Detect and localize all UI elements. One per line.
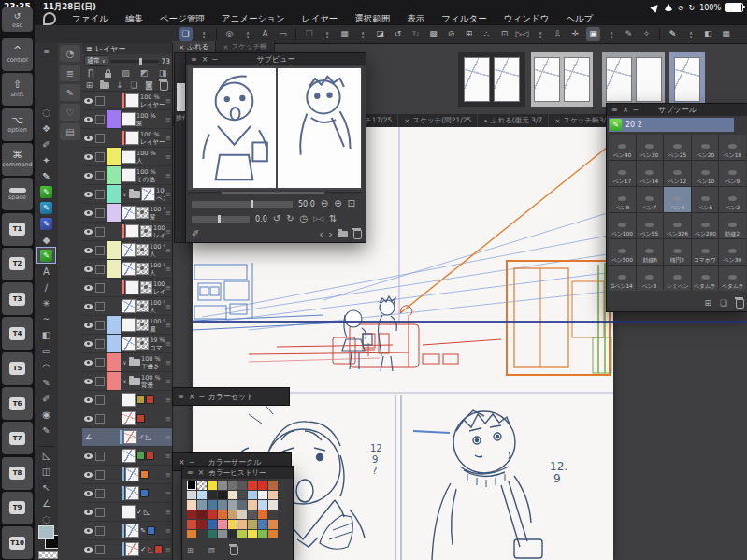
open-folder-icon[interactable] [338, 231, 348, 237]
layer-checkbox[interactable] [95, 246, 105, 255]
page-spread-2[interactable] [602, 52, 665, 107]
zoom-out-icon[interactable]: ⊖ [321, 199, 328, 208]
history-swatch[interactable] [197, 500, 207, 510]
layer-menu-icon[interactable]: ≡ [165, 546, 172, 553]
layer-visibility-icon[interactable] [83, 397, 93, 403]
history-swatch[interactable] [208, 491, 217, 500]
subtool-titlebar[interactable]: ≡ × ─ サブツール [607, 104, 747, 116]
undo-button-icon[interactable]: ↺ [391, 27, 405, 41]
subtool-item[interactable]: ペン20 [692, 135, 719, 160]
layer-panel-title-row[interactable]: ≣ レイヤー [82, 43, 172, 54]
text-tool-button-icon[interactable]: A [258, 27, 272, 41]
menu-item-6[interactable]: 表示 [398, 13, 433, 25]
speedline-tool[interactable]: ◺ [37, 448, 55, 463]
move-page-button-icon[interactable]: ❒ [302, 27, 316, 41]
subtool-item[interactable]: ペン2 [719, 187, 746, 212]
subtool-selected-row[interactable]: ✎ 20 2 [609, 118, 734, 132]
rotate-slider[interactable] [192, 216, 250, 223]
layer-menu-icon[interactable]: ≡ [165, 97, 172, 105]
layer-checkbox[interactable] [95, 489, 105, 498]
material-panel-button[interactable]: ▤ [60, 123, 80, 140]
history-swatch[interactable] [268, 530, 278, 539]
folder-chevron-icon[interactable]: ∨ [122, 378, 128, 384]
layer-checkbox[interactable] [95, 339, 105, 349]
pen-cursor-button-icon[interactable]: ✎ [666, 27, 680, 41]
layer-menu-icon[interactable]: ≡ [165, 378, 172, 385]
layer-thumbnail[interactable] [122, 168, 136, 182]
history-swatch[interactable] [268, 491, 278, 500]
layer-visibility-icon[interactable] [83, 416, 93, 422]
page-spread-0[interactable] [458, 52, 525, 107]
layer-visibility-icon[interactable] [83, 491, 93, 496]
layer-menu-icon[interactable]: ≡ [165, 415, 172, 423]
menu-item-4[interactable]: レイヤー [294, 13, 347, 25]
next-image-icon[interactable]: › [329, 229, 333, 239]
page-thumbnail[interactable] [636, 57, 662, 102]
layer-mask-icon[interactable] [136, 319, 149, 331]
layer-row[interactable]: 100 %人≡ [82, 241, 172, 260]
eyedropper-tool[interactable]: ✐ [37, 136, 55, 151]
operate-tool-icon[interactable]: ❏ [179, 27, 193, 41]
layer-menu-icon[interactable]: ≡ [165, 209, 172, 217]
flip-chevrons-icon[interactable]: ∧ ∨ [533, 27, 547, 41]
layer-menu-icon[interactable]: ≡ [165, 135, 172, 142]
layer-checkbox[interactable] [95, 508, 105, 517]
subtool-item[interactable]: ペン55 [637, 213, 664, 238]
minimize-icon[interactable]: ─ [212, 56, 217, 64]
layer-thumbnail[interactable] [122, 262, 136, 276]
layer-mask-icon[interactable] [136, 244, 149, 256]
layer-thumbnail[interactable] [122, 449, 136, 463]
canvas-tab-1[interactable]: ×スケッチ(間21/25 [398, 114, 478, 127]
layer-menu-icon[interactable]: ≡ [165, 452, 172, 460]
layer-visibility-icon[interactable] [83, 528, 93, 534]
history-swatch[interactable] [187, 481, 196, 490]
space-key[interactable]: space [2, 178, 33, 210]
transparent-color-swatch[interactable] [38, 551, 58, 559]
watercolor-tool[interactable]: ✎ [37, 200, 55, 215]
pen-tool[interactable]: ✎ [37, 168, 55, 183]
frame-border-tool[interactable]: ◫ [37, 464, 55, 479]
canvas-tab-2[interactable]: •ふれる(復元 3/7 [478, 114, 549, 127]
layer-checkbox[interactable] [95, 377, 105, 386]
auto-action-button-icon[interactable]: ✧ [639, 27, 654, 41]
frame-tool[interactable]: ▭ [37, 343, 55, 358]
layer-visibility-icon[interactable] [83, 323, 93, 328]
zoom-in-icon[interactable]: ⊕ [334, 199, 341, 208]
layer-checkbox[interactable] [95, 208, 105, 218]
lasso-tool[interactable]: ◌ [37, 105, 55, 120]
mask-area-button-icon[interactable]: ◪ [373, 27, 387, 41]
detail-pen-tool[interactable]: ✎ [37, 423, 55, 438]
layer-visibility-icon[interactable] [83, 304, 93, 309]
material-grid-button-icon[interactable]: ▦ [719, 27, 733, 41]
tool-palette-menu-icon[interactable]: ≡ [37, 44, 55, 59]
layer-row[interactable]: ∨100 %ペン入れ≡ [82, 185, 172, 204]
layer-row[interactable]: 39 %コマ≡ [82, 335, 172, 353]
history-swatch[interactable] [248, 481, 257, 490]
history-swatch[interactable] [237, 510, 247, 520]
layer-row[interactable]: ≡ [82, 409, 172, 428]
subtool-item[interactable]: ペン326 [664, 213, 691, 238]
history-swatch[interactable] [228, 520, 237, 529]
rotate-right-icon[interactable]: ↻ [286, 214, 294, 223]
history-swatch[interactable] [228, 510, 237, 520]
layer-row[interactable]: 100 %髪≡ [82, 110, 172, 129]
crop-button-icon[interactable]: ✛ [568, 27, 582, 41]
layer-thumbnail[interactable] [122, 318, 136, 332]
tab-close-icon[interactable]: × [404, 117, 409, 125]
history-swatch[interactable] [208, 530, 217, 539]
layer-checkbox[interactable] [95, 283, 105, 293]
layer-checkbox[interactable] [95, 395, 105, 405]
tab-close-icon[interactable]: × [179, 43, 184, 51]
layer-checkbox[interactable] [95, 414, 105, 424]
layer-visibility-icon[interactable] [83, 472, 93, 478]
flip-vertical-icon[interactable]: ⇅ [329, 214, 337, 223]
layer-menu-icon[interactable]: ≡ [165, 153, 172, 161]
zoom-slider[interactable] [192, 201, 293, 208]
layer-row[interactable]: ≡ [82, 447, 172, 466]
shortcut-key-T7[interactable]: T7 [2, 422, 33, 454]
layer-thumbnail[interactable] [122, 411, 136, 425]
layer-thumbnail[interactable] [141, 187, 155, 201]
page-thumbnail[interactable] [674, 57, 700, 102]
subtool-item[interactable]: コマホワ [692, 239, 719, 265]
history-swatch[interactable] [248, 500, 257, 510]
